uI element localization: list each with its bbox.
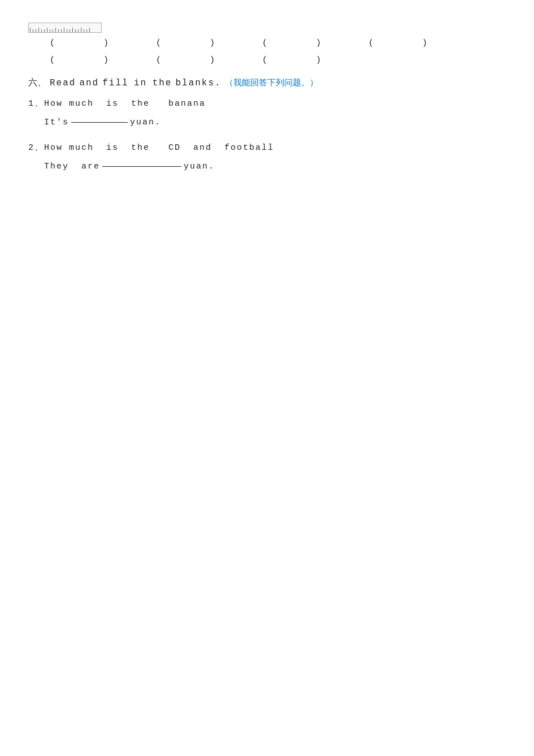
section-header: 六、 Read and fill in the blanks. （我能回答下列问… xyxy=(28,77,506,89)
q2-is: is xyxy=(94,139,119,157)
q1-the: the xyxy=(119,94,150,113)
q2-answer-blank[interactable] xyxy=(102,166,181,167)
section-read: Read xyxy=(50,78,76,88)
q1-is: is xyxy=(94,94,119,113)
q1-number: 1、 xyxy=(28,94,44,113)
question-1-line: 1、 How much is the banana xyxy=(28,94,506,113)
bracket-rows: ( ) ( ) ( ) ( ) ( ) ( ) ( ) xyxy=(28,35,506,69)
q2-cd: CD xyxy=(150,139,181,157)
question-2-answer-line: They are yuan. xyxy=(44,157,506,176)
q2-how: How xyxy=(44,139,63,157)
questions-section: 1、 How much is the banana It's yuan. 2、 … xyxy=(28,94,506,176)
section-fill: fill xyxy=(102,78,128,88)
q2-they: They xyxy=(44,157,69,176)
section-number: 六、 xyxy=(28,77,46,89)
bracket-group-7: ( ) xyxy=(241,52,327,69)
q2-yuan: yuan. xyxy=(184,157,215,176)
q2-much: much xyxy=(63,139,94,157)
question-2-line: 2、 How much is the CD and football xyxy=(28,139,506,157)
section-blanks: blanks. xyxy=(175,78,221,88)
q2-and: and xyxy=(181,139,212,157)
bracket-group-2: ( ) xyxy=(134,35,220,52)
bracket-row-2: ( ) ( ) ( ) xyxy=(28,52,506,69)
q1-yuan: yuan. xyxy=(130,113,161,132)
q1-banana: banana xyxy=(150,94,206,113)
section-in: in xyxy=(132,78,149,88)
section-and: and xyxy=(79,78,99,88)
q2-football: football xyxy=(212,139,274,157)
q2-number: 2、 xyxy=(28,139,44,157)
bracket-group-1: ( ) xyxy=(28,35,114,52)
bracket-group-4: ( ) xyxy=(347,35,433,52)
q1-its: It's xyxy=(44,113,69,132)
page: ( ) ( ) ( ) ( ) ( ) ( ) ( ) 六、 Read and … xyxy=(0,0,534,756)
question-2: 2、 How much is the CD and football They … xyxy=(28,139,506,176)
bracket-row-1: ( ) ( ) ( ) ( ) xyxy=(28,35,506,52)
question-1: 1、 How much is the banana It's yuan. xyxy=(28,94,506,132)
section-the: the xyxy=(153,78,172,88)
bracket-group-6: ( ) xyxy=(134,52,220,69)
q1-much: much xyxy=(63,94,94,113)
q1-answer-blank[interactable] xyxy=(71,122,128,123)
question-1-answer-line: It's yuan. xyxy=(44,113,506,132)
ruler xyxy=(28,23,102,33)
bracket-group-5: ( ) xyxy=(28,52,114,69)
section-instruction-cn: （我能回答下列问题。） xyxy=(225,77,318,88)
q1-how: How xyxy=(44,94,63,113)
bracket-group-3: ( ) xyxy=(241,35,327,52)
q2-are: are xyxy=(69,157,100,176)
q2-the: the xyxy=(119,139,150,157)
